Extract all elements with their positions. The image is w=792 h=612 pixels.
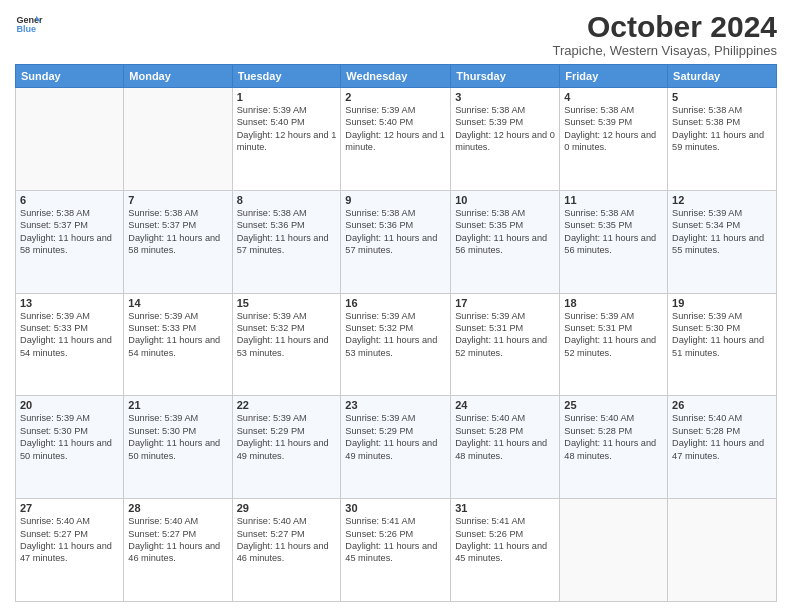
day-info: Sunrise: 5:39 AM Sunset: 5:40 PM Dayligh…: [345, 104, 446, 154]
calendar-cell: 26Sunrise: 5:40 AM Sunset: 5:28 PM Dayli…: [668, 396, 777, 499]
logo-icon: General Blue: [15, 10, 43, 38]
day-number: 1: [237, 91, 337, 103]
day-number: 6: [20, 194, 119, 206]
day-number: 26: [672, 399, 772, 411]
weekday-header-thursday: Thursday: [451, 65, 560, 88]
calendar-cell: 12Sunrise: 5:39 AM Sunset: 5:34 PM Dayli…: [668, 190, 777, 293]
day-info: Sunrise: 5:38 AM Sunset: 5:36 PM Dayligh…: [345, 207, 446, 257]
day-number: 4: [564, 91, 663, 103]
calendar-cell: [668, 499, 777, 602]
day-info: Sunrise: 5:39 AM Sunset: 5:33 PM Dayligh…: [128, 310, 227, 360]
day-number: 8: [237, 194, 337, 206]
day-number: 7: [128, 194, 227, 206]
calendar-cell: 11Sunrise: 5:38 AM Sunset: 5:35 PM Dayli…: [560, 190, 668, 293]
day-info: Sunrise: 5:40 AM Sunset: 5:28 PM Dayligh…: [672, 412, 772, 462]
day-number: 22: [237, 399, 337, 411]
location-subtitle: Trapiche, Western Visayas, Philippines: [553, 43, 777, 58]
weekday-header-monday: Monday: [124, 65, 232, 88]
weekday-header-row: SundayMondayTuesdayWednesdayThursdayFrid…: [16, 65, 777, 88]
calendar-cell: 30Sunrise: 5:41 AM Sunset: 5:26 PM Dayli…: [341, 499, 451, 602]
calendar-cell: 14Sunrise: 5:39 AM Sunset: 5:33 PM Dayli…: [124, 293, 232, 396]
title-block: October 2024 Trapiche, Western Visayas, …: [553, 10, 777, 58]
calendar-cell: 17Sunrise: 5:39 AM Sunset: 5:31 PM Dayli…: [451, 293, 560, 396]
day-info: Sunrise: 5:39 AM Sunset: 5:34 PM Dayligh…: [672, 207, 772, 257]
day-info: Sunrise: 5:39 AM Sunset: 5:30 PM Dayligh…: [20, 412, 119, 462]
calendar-cell: 15Sunrise: 5:39 AM Sunset: 5:32 PM Dayli…: [232, 293, 341, 396]
day-info: Sunrise: 5:38 AM Sunset: 5:37 PM Dayligh…: [128, 207, 227, 257]
calendar-cell: [16, 88, 124, 191]
calendar-cell: 9Sunrise: 5:38 AM Sunset: 5:36 PM Daylig…: [341, 190, 451, 293]
day-number: 30: [345, 502, 446, 514]
day-number: 25: [564, 399, 663, 411]
calendar-cell: 6Sunrise: 5:38 AM Sunset: 5:37 PM Daylig…: [16, 190, 124, 293]
month-title: October 2024: [553, 10, 777, 43]
weekday-header-saturday: Saturday: [668, 65, 777, 88]
calendar-cell: 7Sunrise: 5:38 AM Sunset: 5:37 PM Daylig…: [124, 190, 232, 293]
day-info: Sunrise: 5:40 AM Sunset: 5:27 PM Dayligh…: [20, 515, 119, 565]
day-number: 13: [20, 297, 119, 309]
page: General Blue October 2024 Trapiche, West…: [0, 0, 792, 612]
day-number: 17: [455, 297, 555, 309]
day-number: 12: [672, 194, 772, 206]
day-number: 28: [128, 502, 227, 514]
calendar-cell: 25Sunrise: 5:40 AM Sunset: 5:28 PM Dayli…: [560, 396, 668, 499]
calendar-week-row: 6Sunrise: 5:38 AM Sunset: 5:37 PM Daylig…: [16, 190, 777, 293]
day-number: 5: [672, 91, 772, 103]
day-number: 10: [455, 194, 555, 206]
calendar-cell: 19Sunrise: 5:39 AM Sunset: 5:30 PM Dayli…: [668, 293, 777, 396]
calendar-cell: [124, 88, 232, 191]
day-number: 29: [237, 502, 337, 514]
weekday-header-wednesday: Wednesday: [341, 65, 451, 88]
day-info: Sunrise: 5:39 AM Sunset: 5:29 PM Dayligh…: [237, 412, 337, 462]
weekday-header-friday: Friday: [560, 65, 668, 88]
day-info: Sunrise: 5:39 AM Sunset: 5:32 PM Dayligh…: [237, 310, 337, 360]
day-info: Sunrise: 5:39 AM Sunset: 5:40 PM Dayligh…: [237, 104, 337, 154]
calendar-cell: 18Sunrise: 5:39 AM Sunset: 5:31 PM Dayli…: [560, 293, 668, 396]
day-number: 15: [237, 297, 337, 309]
day-number: 3: [455, 91, 555, 103]
day-number: 9: [345, 194, 446, 206]
calendar-cell: [560, 499, 668, 602]
calendar-cell: 31Sunrise: 5:41 AM Sunset: 5:26 PM Dayli…: [451, 499, 560, 602]
day-number: 18: [564, 297, 663, 309]
calendar-cell: 23Sunrise: 5:39 AM Sunset: 5:29 PM Dayli…: [341, 396, 451, 499]
day-number: 20: [20, 399, 119, 411]
day-number: 31: [455, 502, 555, 514]
day-info: Sunrise: 5:38 AM Sunset: 5:38 PM Dayligh…: [672, 104, 772, 154]
calendar-cell: 8Sunrise: 5:38 AM Sunset: 5:36 PM Daylig…: [232, 190, 341, 293]
calendar-week-row: 13Sunrise: 5:39 AM Sunset: 5:33 PM Dayli…: [16, 293, 777, 396]
calendar-cell: 20Sunrise: 5:39 AM Sunset: 5:30 PM Dayli…: [16, 396, 124, 499]
calendar-cell: 13Sunrise: 5:39 AM Sunset: 5:33 PM Dayli…: [16, 293, 124, 396]
day-info: Sunrise: 5:38 AM Sunset: 5:35 PM Dayligh…: [455, 207, 555, 257]
calendar-cell: 28Sunrise: 5:40 AM Sunset: 5:27 PM Dayli…: [124, 499, 232, 602]
day-info: Sunrise: 5:38 AM Sunset: 5:39 PM Dayligh…: [564, 104, 663, 154]
day-info: Sunrise: 5:40 AM Sunset: 5:28 PM Dayligh…: [455, 412, 555, 462]
logo: General Blue: [15, 10, 43, 38]
day-number: 21: [128, 399, 227, 411]
calendar-cell: 1Sunrise: 5:39 AM Sunset: 5:40 PM Daylig…: [232, 88, 341, 191]
day-info: Sunrise: 5:40 AM Sunset: 5:28 PM Dayligh…: [564, 412, 663, 462]
weekday-header-sunday: Sunday: [16, 65, 124, 88]
weekday-header-tuesday: Tuesday: [232, 65, 341, 88]
calendar-cell: 22Sunrise: 5:39 AM Sunset: 5:29 PM Dayli…: [232, 396, 341, 499]
calendar-cell: 27Sunrise: 5:40 AM Sunset: 5:27 PM Dayli…: [16, 499, 124, 602]
calendar-week-row: 1Sunrise: 5:39 AM Sunset: 5:40 PM Daylig…: [16, 88, 777, 191]
svg-text:Blue: Blue: [16, 24, 36, 34]
calendar-table: SundayMondayTuesdayWednesdayThursdayFrid…: [15, 64, 777, 602]
calendar-cell: 21Sunrise: 5:39 AM Sunset: 5:30 PM Dayli…: [124, 396, 232, 499]
day-info: Sunrise: 5:39 AM Sunset: 5:31 PM Dayligh…: [564, 310, 663, 360]
day-number: 16: [345, 297, 446, 309]
calendar-cell: 2Sunrise: 5:39 AM Sunset: 5:40 PM Daylig…: [341, 88, 451, 191]
header: General Blue October 2024 Trapiche, West…: [15, 10, 777, 58]
day-info: Sunrise: 5:38 AM Sunset: 5:39 PM Dayligh…: [455, 104, 555, 154]
calendar-cell: 10Sunrise: 5:38 AM Sunset: 5:35 PM Dayli…: [451, 190, 560, 293]
calendar-cell: 4Sunrise: 5:38 AM Sunset: 5:39 PM Daylig…: [560, 88, 668, 191]
day-info: Sunrise: 5:41 AM Sunset: 5:26 PM Dayligh…: [345, 515, 446, 565]
day-info: Sunrise: 5:39 AM Sunset: 5:32 PM Dayligh…: [345, 310, 446, 360]
day-number: 24: [455, 399, 555, 411]
day-number: 2: [345, 91, 446, 103]
day-info: Sunrise: 5:40 AM Sunset: 5:27 PM Dayligh…: [237, 515, 337, 565]
day-info: Sunrise: 5:40 AM Sunset: 5:27 PM Dayligh…: [128, 515, 227, 565]
day-info: Sunrise: 5:38 AM Sunset: 5:35 PM Dayligh…: [564, 207, 663, 257]
day-number: 11: [564, 194, 663, 206]
